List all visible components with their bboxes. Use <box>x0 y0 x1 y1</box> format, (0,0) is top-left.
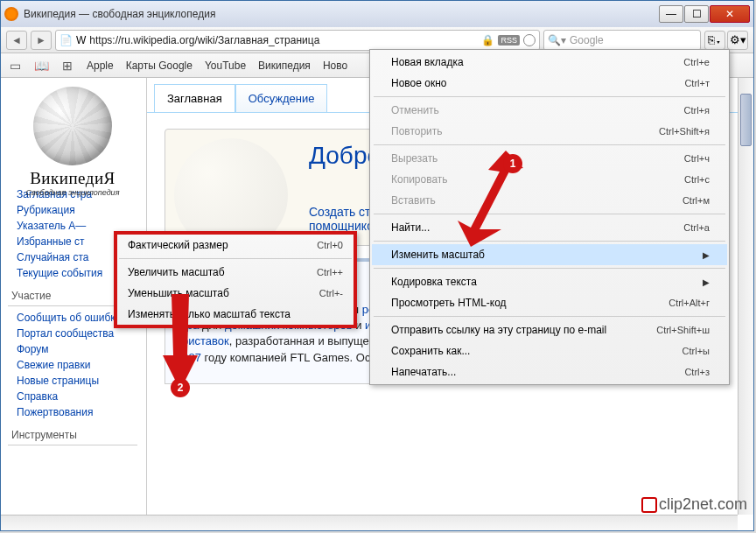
menu-item[interactable]: Напечатать...Ctrl+з <box>372 361 727 382</box>
forward-button[interactable]: ► <box>31 31 52 50</box>
menu-item[interactable]: Уменьшить масштабCtrl+- <box>117 283 354 304</box>
menu-item[interactable]: Изменить масштаб▶ <box>372 244 727 265</box>
submenu-arrow-icon: ▶ <box>703 277 710 287</box>
logo-title: ВикипедиЯ <box>16 169 130 188</box>
grid-icon[interactable]: ⊞ <box>60 59 74 73</box>
tab-main[interactable]: Заглавная <box>154 84 235 112</box>
menu-item[interactable]: ПовторитьCtrl+Shift+я <box>372 121 727 142</box>
menu-item[interactable]: Кодировка текста▶ <box>372 271 727 292</box>
menu-item[interactable]: Новая вкладкаCtrl+е <box>372 52 727 73</box>
sidebar-link[interactable]: Пожертвования <box>8 404 137 420</box>
address-bar[interactable]: 📄 W https://ru.wikipedia.org/wiki/Заглав… <box>55 30 540 51</box>
annotation-badge-1: 1 <box>503 154 522 173</box>
logo-subtitle: Свободная энциклопедия <box>16 188 130 197</box>
sidebar-toggle-icon[interactable]: ▭ <box>8 59 22 73</box>
app-icon <box>4 7 18 21</box>
menu-item[interactable]: КопироватьCtrl+с <box>372 169 727 190</box>
menu-item[interactable]: Фактический размерCtrl+0 <box>117 235 354 256</box>
bookmark-item[interactable]: Википедия <box>258 60 311 72</box>
rss-badge[interactable]: RSS <box>498 35 520 46</box>
menu-item[interactable]: ВставитьCtrl+м <box>372 190 727 211</box>
menu-item[interactable]: Увеличить масштабCtrl++ <box>117 262 354 283</box>
minimize-button[interactable]: — <box>659 5 683 23</box>
main-context-menu: Новая вкладкаCtrl+еНовое окноCtrl+тОтмен… <box>369 49 730 385</box>
page-action-button[interactable]: ⎘▾ <box>704 31 725 50</box>
sidebar-link[interactable]: Форум <box>8 341 137 357</box>
sidebar-link[interactable]: Свежие правки <box>8 357 137 373</box>
page-icon: 📄 <box>60 34 73 46</box>
bookmark-item[interactable]: Ново <box>323 60 347 72</box>
gear-icon[interactable]: ⚙▾ <box>727 31 748 50</box>
bookmark-item[interactable]: Карты Google <box>126 60 192 72</box>
sidebar-link[interactable]: Рубрикация <box>8 202 137 218</box>
window-title: Википедия — свободная энциклопедия <box>24 8 659 20</box>
back-button[interactable]: ◄ <box>6 31 27 50</box>
search-icon: 🔍▾ <box>548 34 566 46</box>
vertical-scrollbar[interactable] <box>738 78 753 515</box>
reload-icon[interactable] <box>523 34 536 46</box>
menu-item[interactable]: Сохранить как...Ctrl+ы <box>372 340 727 361</box>
sidebar-header: Инструменты <box>8 429 137 441</box>
globe-logo-icon <box>33 87 112 165</box>
maximize-button[interactable]: ☐ <box>684 5 709 23</box>
menu-item[interactable]: ОтменитьCtrl+я <box>372 100 727 121</box>
watermark: clip2net.com <box>641 495 747 514</box>
search-box[interactable]: 🔍▾ Google <box>543 30 701 51</box>
book-icon[interactable]: 📖 <box>34 59 48 73</box>
menu-item[interactable]: Изменять только масштаб текста <box>117 304 354 325</box>
submenu-arrow-icon: ▶ <box>703 250 710 260</box>
bookmark-item[interactable]: YouTube <box>205 60 246 72</box>
lock-icon: 🔒 <box>481 34 494 46</box>
horizontal-scrollbar[interactable] <box>1 515 738 530</box>
svg-marker-1 <box>163 294 198 390</box>
menu-item[interactable]: Новое окноCtrl+т <box>372 73 727 94</box>
watermark-icon <box>641 497 657 513</box>
menu-item[interactable]: Отправить ссылку на эту страницу по e-ma… <box>372 319 727 340</box>
tab-talk[interactable]: Обсуждение <box>235 84 328 112</box>
zoom-submenu: Фактический размерCtrl+0Увеличить масшта… <box>114 231 357 328</box>
sidebar-link[interactable]: Справка <box>8 389 137 404</box>
annotation-badge-2: 2 <box>171 378 190 397</box>
url-text: https://ru.wikipedia.org/wiki/Заглавная_… <box>89 34 478 46</box>
bookmark-item[interactable]: Apple <box>87 60 114 72</box>
sidebar-link[interactable]: Новые страницы <box>8 373 137 389</box>
wiki-logo[interactable]: ВикипедиЯ Свободная энциклопедия <box>16 87 130 174</box>
globe-icon: W <box>76 34 86 46</box>
menu-item[interactable]: ВырезатьCtrl+ч <box>372 148 727 169</box>
scroll-thumb[interactable] <box>740 94 752 146</box>
search-placeholder: Google <box>570 34 604 46</box>
close-button[interactable]: ✕ <box>710 5 750 23</box>
menu-item[interactable]: Найти...Ctrl+а <box>372 217 727 238</box>
menu-item[interactable]: Просмотреть HTML-кодCtrl+Alt+г <box>372 292 727 313</box>
